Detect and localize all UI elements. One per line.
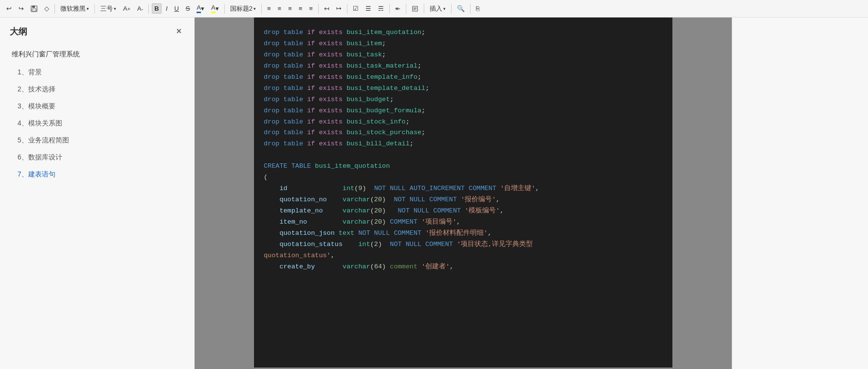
nav-item-relation[interactable]: 4、模块关系图 <box>8 115 186 132</box>
strikethrough-button[interactable]: S <box>183 3 193 14</box>
code-line-3: drop table if exists busi_task; <box>264 50 663 61</box>
main-area: 大纲 × 维利兴门窗厂管理系统 1、背景 2、技术选择 3、模块概要 4、模块关… <box>0 18 868 369</box>
code-line-quotation-status2: quotation_status', <box>264 250 663 262</box>
svg-rect-1 <box>32 6 35 8</box>
code-block: drop table if exists busi_item_quotation… <box>254 18 672 368</box>
doc-area: drop table if exists busi_item_quotation… <box>195 18 732 369</box>
bold-button[interactable]: B <box>152 3 161 14</box>
sep6 <box>318 4 319 14</box>
sep3 <box>148 4 149 14</box>
style-dropdown[interactable]: 国标题2 ▾ <box>228 3 258 15</box>
right-panel <box>732 18 868 369</box>
erase-button[interactable]: ◇ <box>42 3 52 14</box>
sep1 <box>54 4 55 14</box>
align-justify-button[interactable]: ≡ <box>296 3 305 14</box>
doc-title: 维利兴门窗厂管理系统 <box>8 47 186 62</box>
copy-format-button[interactable] <box>409 4 421 14</box>
align-right-button[interactable]: ≡ <box>286 3 294 14</box>
nav-item-module[interactable]: 3、模块概要 <box>8 98 186 115</box>
code-line-1: drop table if exists busi_item_quotation… <box>264 27 663 38</box>
style-label: 国标题2 <box>230 4 253 13</box>
align-center-button[interactable]: ≡ <box>275 3 284 14</box>
font-family-dropdown[interactable]: 微软雅黑 ▾ <box>58 3 91 15</box>
code-line-6: drop table if exists busi_template_detai… <box>264 83 663 94</box>
code-line-quotation-status: quotation_status int(2) NOT NULL COMMENT… <box>264 239 663 250</box>
doc-page: drop table if exists busi_item_quotation… <box>254 18 672 368</box>
print-button[interactable]: ⎘ <box>473 3 482 14</box>
code-line-4: drop table if exists busi_task_material; <box>264 61 663 72</box>
font-size-label: 三号 <box>100 4 113 13</box>
checkbox-button[interactable]: ☑ <box>350 3 361 14</box>
sidebar-title: 大纲 <box>10 26 27 37</box>
code-line-paren: ( <box>264 172 663 183</box>
sep4 <box>224 4 225 14</box>
code-line-quotation-json: quotation_json text NOT NULL COMMENT '报价… <box>264 228 663 239</box>
undo-button[interactable]: ↩ <box>4 3 14 14</box>
align-left-button[interactable]: ≡ <box>265 3 273 14</box>
font-color-button[interactable]: A ▾ <box>194 2 207 15</box>
list-button[interactable]: ☰ <box>363 3 374 14</box>
code-line-9: drop table if exists busi_stock_info; <box>264 117 663 128</box>
search-button[interactable]: 🔍 <box>454 3 467 14</box>
code-line-id: id int(9) NOT NULL AUTO_INCREMENT COMMEN… <box>264 183 663 194</box>
redo-button[interactable]: ↪ <box>16 3 26 14</box>
code-line-item-no: item_no varchar(20) COMMENT '项目编号', <box>264 217 663 228</box>
nav-item-background[interactable]: 1、背景 <box>8 64 186 81</box>
code-line-create-by: create_by varchar(64) comment '创建者', <box>264 262 663 273</box>
sep9 <box>406 4 406 14</box>
sidebar: 大纲 × 维利兴门窗厂管理系统 1、背景 2、技术选择 3、模块概要 4、模块关… <box>0 18 195 369</box>
nav-item-tech[interactable]: 2、技术选择 <box>8 81 186 98</box>
svg-rect-2 <box>32 9 36 11</box>
underline-button[interactable]: U <box>172 3 181 14</box>
sep2 <box>94 4 95 14</box>
code-line-blank <box>264 150 663 161</box>
numberedlist-button[interactable]: ☴ <box>376 3 386 14</box>
font-size-dropdown[interactable]: 三号 ▾ <box>98 3 119 15</box>
nav-item-flow[interactable]: 5、业务流程简图 <box>8 132 186 149</box>
code-line-10: drop table if exists busi_stock_purchase… <box>264 127 663 139</box>
sep8 <box>389 4 390 14</box>
highlight-button[interactable]: A ▾ <box>209 2 221 15</box>
code-line-11: drop table if exists busi_bill_detail; <box>264 139 663 150</box>
code-line-5: drop table if exists busi_template_info; <box>264 72 663 83</box>
nav-item-sql[interactable]: 7、建表语句 <box>8 166 186 183</box>
code-line-create: CREATE TABLE busi_item_quotation <box>264 161 663 172</box>
code-line-quotation-no: quotation_no varchar(20) NOT NULL COMMEN… <box>264 194 663 206</box>
font-size-arrow: ▾ <box>114 6 116 11</box>
sep11 <box>451 4 452 14</box>
save-button[interactable] <box>28 4 40 14</box>
sidebar-header: 大纲 × <box>0 18 194 43</box>
insert-label: 插入 <box>430 4 442 13</box>
line-spacing-button[interactable]: ≡ <box>307 3 315 14</box>
code-line-8: drop table if exists busi_budget_formula… <box>264 105 663 117</box>
sep10 <box>424 4 424 14</box>
sep7 <box>347 4 347 14</box>
code-line-7: drop table if exists busi_budget; <box>264 94 663 105</box>
sep12 <box>470 4 470 14</box>
indent-decrease-button[interactable]: ↤ <box>322 3 332 14</box>
toolbar: ↩ ↪ ◇ 微软雅黑 ▾ 三号 ▾ A+ A- B I U S A ▾ A ▾ … <box>0 0 868 18</box>
sidebar-close-button[interactable]: × <box>173 25 184 37</box>
font-family-label: 微软雅黑 <box>60 4 86 13</box>
insert-dropdown[interactable]: 插入 ▾ <box>427 3 448 15</box>
outdent-button[interactable]: ↞ <box>393 3 403 14</box>
sep5 <box>261 4 262 14</box>
font-decrease-button[interactable]: A- <box>135 3 145 14</box>
code-line-template-no: template_no varchar(20) NOT NULL COMMENT… <box>264 206 663 217</box>
indent-increase-button[interactable]: ↦ <box>334 3 344 14</box>
italic-button[interactable]: I <box>163 3 170 14</box>
font-family-arrow: ▾ <box>87 6 89 11</box>
code-line-2: drop table if exists busi_item; <box>264 38 663 50</box>
font-increase-button[interactable]: A+ <box>121 3 133 14</box>
sidebar-nav: 维利兴门窗厂管理系统 1、背景 2、技术选择 3、模块概要 4、模块关系图 5、… <box>0 43 194 369</box>
nav-item-db[interactable]: 6、数据库设计 <box>8 149 186 166</box>
